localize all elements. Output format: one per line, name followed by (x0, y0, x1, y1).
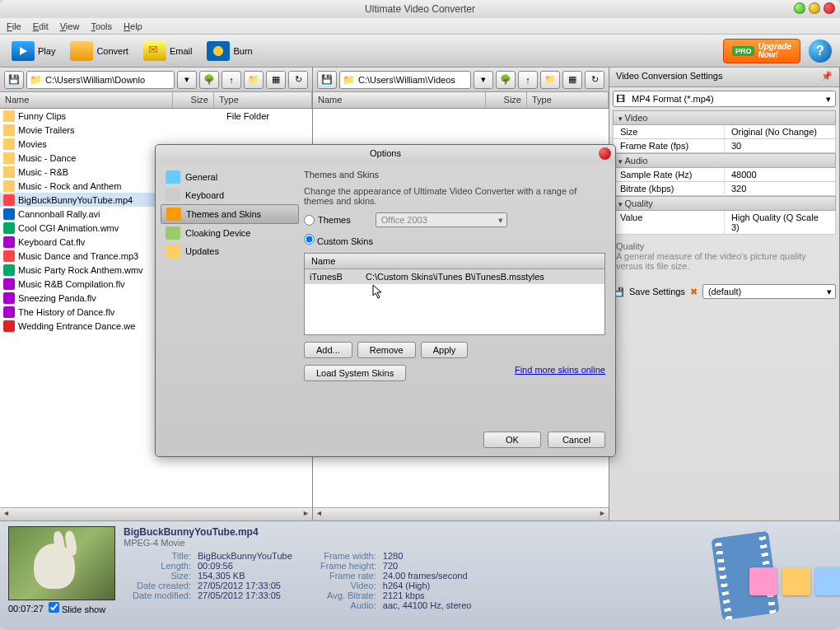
thumbnail: 00:07:27 Slide show (8, 526, 115, 625)
play-button[interactable]: Play (8, 40, 58, 63)
preset-dropdown[interactable]: (default) (702, 284, 836, 299)
cancel-button[interactable]: Cancel (548, 432, 605, 448)
file-icon (3, 166, 15, 178)
dest-columns: Name Size Type (313, 92, 609, 109)
delete-icon[interactable]: ✖ (690, 287, 698, 297)
help-button[interactable]: ? (809, 40, 832, 63)
convert-button[interactable]: Convert (67, 40, 132, 63)
options-item-keyboard[interactable]: Keyboard (161, 186, 299, 204)
quality-group[interactable]: Quality (613, 196, 836, 211)
nav-up-icon[interactable]: ▾ (177, 71, 197, 89)
play-icon (12, 41, 35, 61)
options-item-themes-and-skins[interactable]: Themes and Skins (161, 204, 299, 224)
source-columns: Name Size Type (0, 92, 312, 109)
upgrade-button[interactable]: PROUpgrade Now! (723, 39, 800, 63)
burn-button[interactable]: Burn (203, 40, 255, 63)
skin-row[interactable]: iTunesB C:\Custom Skins\iTunes B\iTunesB… (305, 269, 604, 284)
menubar: File Edit View Tools Help (0, 18, 840, 35)
themes-radio[interactable]: Themes (304, 215, 351, 226)
add-button[interactable]: Add... (304, 342, 352, 358)
window-controls (794, 2, 835, 14)
col-type[interactable]: Type (214, 92, 312, 108)
file-icon (3, 236, 15, 248)
menu-tools[interactable]: Tools (91, 21, 112, 31)
video-group[interactable]: Video (613, 110, 836, 125)
email-button[interactable]: Email (140, 40, 196, 63)
folder-up-icon[interactable]: ↑ (518, 71, 538, 89)
drive-icon[interactable]: 💾 (4, 71, 24, 89)
folder-up-icon[interactable]: ↑ (222, 71, 241, 89)
close-button[interactable] (824, 2, 835, 14)
ok-button[interactable]: OK (483, 432, 541, 448)
menu-view[interactable]: View (60, 21, 80, 31)
options-item-cloaking-device[interactable]: Cloaking Device (161, 224, 299, 242)
options-content: Themes and Skins Change the appearance o… (304, 163, 615, 423)
col-size[interactable]: Size (486, 92, 527, 108)
nav-tree-icon[interactable]: 🌳 (199, 71, 219, 89)
file-icon (3, 278, 15, 290)
category-icon (166, 208, 181, 221)
col-size[interactable]: Size (173, 92, 214, 108)
source-scrollbar[interactable] (0, 507, 312, 520)
category-icon (166, 189, 180, 202)
view-icon[interactable]: ▦ (562, 71, 582, 89)
file-row[interactable]: Funny ClipsFile Folder (0, 109, 312, 123)
file-icon (3, 292, 15, 304)
email-icon (143, 41, 166, 61)
file-name: BigBuckBunnyYouTube.mp4 (124, 526, 471, 538)
options-item-general[interactable]: General (161, 168, 299, 186)
source-path[interactable]: C:\Users\William\Downlo (26, 71, 175, 89)
category-icon (166, 245, 180, 258)
new-folder-icon[interactable]: 📁 (540, 71, 560, 89)
remove-button[interactable]: Remove (357, 342, 416, 358)
col-type[interactable]: Type (527, 92, 609, 108)
nav-tree-icon[interactable]: 🌳 (496, 71, 516, 89)
preview-pane: 00:07:27 Slide show BigBuckBunnyYouTube.… (0, 520, 840, 630)
pin-icon[interactable]: 📌 (821, 71, 833, 83)
file-icon (3, 110, 15, 122)
preview-image[interactable] (8, 526, 115, 600)
nav-up-icon[interactable]: ▾ (474, 71, 493, 89)
options-item-updates[interactable]: Updates (161, 242, 299, 260)
find-skins-link[interactable]: Find more skins online (515, 365, 605, 381)
drive-icon[interactable]: 💾 (317, 71, 337, 89)
theme-dropdown[interactable]: Office 2003 (376, 212, 507, 227)
col-name[interactable]: Name (0, 92, 173, 108)
col-name[interactable]: Name (313, 92, 486, 108)
file-icon (3, 320, 15, 332)
refresh-icon[interactable]: ↻ (585, 71, 604, 89)
menu-edit[interactable]: Edit (33, 21, 49, 31)
frame-rate[interactable]: 30 (725, 139, 835, 152)
menu-file[interactable]: File (7, 21, 21, 31)
menu-help[interactable]: Help (124, 21, 142, 31)
new-folder-icon[interactable]: 📁 (244, 71, 264, 89)
quality-info: Quality A general measure of the video's… (613, 238, 836, 274)
audio-group[interactable]: Audio (613, 153, 836, 168)
options-dialog: Options GeneralKeyboardThemes and SkinsC… (155, 144, 616, 457)
cursor-icon (372, 284, 385, 301)
dialog-footer: OK Cancel (156, 423, 615, 456)
save-settings: 💾 Save Settings ✖ (default) (613, 284, 836, 299)
view-icon[interactable]: ▦ (266, 71, 286, 89)
minimize-button[interactable] (794, 2, 805, 14)
slideshow-checkbox[interactable]: Slide show (49, 602, 105, 614)
dest-path[interactable]: C:\Users\William\Videos (339, 71, 471, 89)
dest-pathbar: 💾 C:\Users\William\Videos ▾ 🌳 ↑ 📁 ▦ ↻ (313, 68, 609, 92)
refresh-icon[interactable]: ↻ (288, 71, 308, 89)
load-skins-button[interactable]: Load System Skins (304, 365, 406, 381)
burn-icon (207, 41, 230, 61)
maximize-button[interactable] (809, 2, 820, 14)
apply-button[interactable]: Apply (421, 342, 469, 358)
file-icon (3, 194, 15, 206)
dest-scrollbar[interactable] (313, 507, 609, 520)
sample-rate[interactable]: 48000 (725, 168, 835, 181)
skins-table[interactable]: Name iTunesB C:\Custom Skins\iTunes B\iT… (304, 253, 605, 335)
format-dropdown[interactable]: MP4 Format (*.mp4) (613, 91, 836, 107)
quality-value[interactable]: High Quality (Q Scale 3) (725, 211, 835, 234)
bitrate[interactable]: 320 (725, 182, 835, 195)
dialog-close-button[interactable] (599, 147, 611, 160)
settings-header: Video Conversion Settings📌 (609, 68, 839, 87)
file-row[interactable]: Movie Trailers (0, 123, 312, 137)
video-size[interactable]: Original (No Change) (725, 125, 835, 138)
custom-skins-radio[interactable]: Custom Skins (304, 234, 605, 246)
